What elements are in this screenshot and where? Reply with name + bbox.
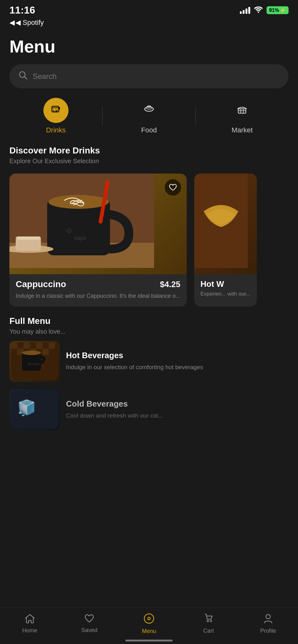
cold-beverages-item[interactable]: 🧊 Cold Beverages Cool down and refresh w…: [9, 389, 289, 430]
food-icon: [143, 103, 155, 118]
full-menu-subtitle: You may also love...: [9, 328, 289, 335]
discover-title: Discover More Drinks: [9, 146, 289, 156]
wifi-icon: [254, 6, 263, 15]
saved-label: Saved: [81, 627, 97, 634]
svg-rect-30: [49, 342, 55, 349]
hot-w-description: Experien... with our...: [201, 291, 251, 297]
home-indicator: [125, 640, 173, 641]
svg-line-2: [25, 77, 27, 79]
cappuccino-image-bg: ⚙ mapis: [9, 174, 187, 274]
svg-rect-33: [42, 349, 49, 355]
hot-w-card[interactable]: Hot W Experien... with our...: [194, 174, 257, 307]
cart-label: Cart: [203, 628, 214, 634]
hot-bev-svg: ⚙mapis: [11, 342, 58, 380]
status-bar: 11:16 91% ⚡: [0, 0, 298, 19]
back-navigation[interactable]: ◀ ◀ Spotify: [0, 19, 298, 30]
svg-text:mapis: mapis: [74, 235, 86, 241]
svg-rect-29: [36, 342, 42, 349]
menu-icon: [144, 613, 154, 626]
tab-drinks[interactable]: Drinks: [9, 98, 102, 134]
cart-icon: [204, 613, 213, 626]
svg-text:⚙mapis: ⚙mapis: [27, 362, 40, 366]
drinks-icon-wrap: [43, 98, 69, 123]
hot-w-body: Hot W Experien... with our...: [194, 274, 257, 303]
hot-beverages-text: Hot Beverages Indulge in our selection o…: [66, 351, 203, 372]
battery-indicator: 91% ⚡: [267, 6, 289, 14]
market-icon-wrap: [229, 98, 255, 123]
hotw-svg: [194, 174, 248, 268]
hot-w-name: Hot W: [201, 279, 251, 289]
featured-cards-scroll[interactable]: ⚙ mapis Cappuccino $4: [0, 167, 298, 316]
page-title-section: Menu: [0, 30, 298, 64]
hot-beverages-item[interactable]: ⚙mapis Hot Beverages Indulge in our sele…: [9, 341, 289, 382]
cappuccino-image: ⚙ mapis: [9, 174, 187, 274]
bottom-navigation: Home Saved Menu Cart: [0, 607, 298, 644]
cappuccino-card-body: Cappuccino $4.25 Indulge in a classic wi…: [9, 274, 187, 307]
signal-icon: [240, 7, 250, 14]
discover-subtitle: Explore Our Exclusive Selection: [9, 158, 289, 165]
svg-point-42: [210, 620, 212, 622]
cappuccino-card[interactable]: ⚙ mapis Cappuccino $4: [9, 174, 187, 307]
hot-beverages-image: ⚙mapis: [9, 341, 60, 382]
nav-saved[interactable]: Saved: [74, 614, 105, 634]
search-bar[interactable]: [9, 64, 289, 88]
back-arrow-icon: ◀: [9, 19, 15, 27]
page-title: Menu: [9, 36, 289, 57]
svg-rect-3: [52, 106, 59, 112]
nav-profile[interactable]: Profile: [252, 613, 284, 634]
tab-market-label: Market: [232, 126, 253, 134]
hot-beverages-desc: Indulge in our selection of comforting h…: [66, 363, 203, 372]
profile-icon: [264, 613, 273, 626]
home-icon: [25, 614, 35, 625]
svg-point-35: [22, 351, 41, 355]
cold-beverages-text: Cold Beverages Cool down and refresh wit…: [66, 399, 163, 420]
svg-rect-27: [11, 342, 17, 349]
cold-bev-svg: 🧊: [11, 391, 58, 429]
cold-beverages-title: Cold Beverages: [66, 399, 163, 409]
drinks-icon: [50, 103, 62, 118]
discover-section-header: Discover More Drinks Explore Our Exclusi…: [0, 146, 298, 167]
tab-food[interactable]: Food: [102, 98, 195, 134]
svg-text:⚙: ⚙: [66, 227, 72, 235]
cold-beverages-image: 🧊: [9, 389, 60, 430]
full-menu-list: ⚙mapis Hot Beverages Indulge in our sele…: [0, 338, 298, 444]
hot-beverages-title: Hot Beverages: [66, 351, 203, 360]
status-right: 91% ⚡: [240, 6, 289, 15]
back-label: ◀ Spotify: [15, 19, 44, 27]
cappuccino-price: $4.25: [160, 280, 180, 289]
cold-beverages-desc: Cool down and refresh with our col...: [66, 411, 163, 420]
category-tabs: Drinks Food: [0, 98, 298, 146]
cappuccino-name: Cappuccino: [16, 279, 66, 289]
svg-point-43: [266, 614, 270, 619]
svg-rect-24: [17, 236, 40, 240]
svg-point-41: [207, 620, 208, 622]
svg-text:🧊: 🧊: [17, 399, 36, 417]
status-time: 11:16: [9, 4, 35, 16]
svg-point-39: [144, 614, 154, 623]
svg-point-40: [148, 617, 150, 620]
nav-menu[interactable]: Menu: [133, 613, 165, 635]
nav-cart[interactable]: Cart: [193, 613, 224, 634]
cappuccino-description: Indulge in a classic with our Cappuccino…: [16, 292, 180, 300]
full-menu-title: Full Menu: [9, 316, 289, 326]
svg-point-0: [258, 12, 259, 13]
search-icon: [18, 70, 28, 82]
svg-rect-28: [24, 342, 30, 349]
menu-label: Menu: [142, 628, 156, 635]
tab-market[interactable]: Market: [196, 98, 289, 134]
cappuccino-favorite-button[interactable]: [165, 179, 181, 196]
tab-drinks-label: Drinks: [46, 126, 65, 134]
food-icon-wrap: [136, 98, 162, 123]
saved-icon: [85, 614, 94, 625]
hot-w-image: [194, 174, 257, 274]
nav-home[interactable]: Home: [14, 614, 46, 634]
home-label: Home: [22, 627, 37, 634]
search-input[interactable]: [33, 72, 280, 81]
full-menu-header: Full Menu You may also love...: [0, 316, 298, 338]
profile-label: Profile: [260, 628, 276, 634]
cappuccino-card-top: Cappuccino $4.25: [16, 279, 180, 289]
market-icon: [236, 103, 248, 118]
cappuccino-svg: ⚙ mapis: [9, 174, 154, 268]
tab-food-label: Food: [141, 126, 157, 134]
search-section: [0, 64, 298, 98]
